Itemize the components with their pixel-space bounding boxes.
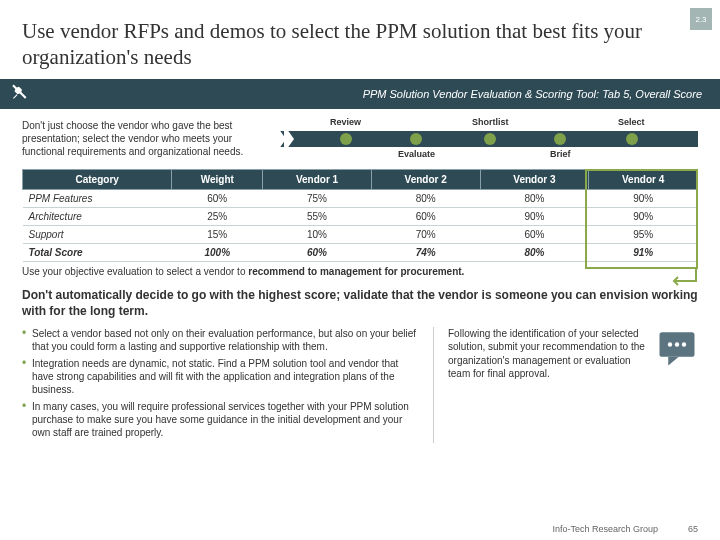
banner-text: PPM Solution Vendor Evaluation & Scoring… xyxy=(32,88,710,100)
tool-banner: PPM Solution Vendor Evaluation & Scoring… xyxy=(0,79,720,109)
table-row: Support15%10%70%60%95% xyxy=(23,225,698,243)
process-diagram: Review Evaluate Shortlist Brief Select xyxy=(280,115,698,163)
table-header: Category xyxy=(23,169,172,189)
svg-point-3 xyxy=(682,342,686,346)
list-item: In many cases, you will require professi… xyxy=(22,400,419,439)
table-row: PPM Features60%75%80%80%90% xyxy=(23,189,698,207)
side-note: Following the identification of your sel… xyxy=(448,327,646,381)
table-row: Architecture25%55%60%90%90% xyxy=(23,207,698,225)
table-row: Total Score100%60%74%80%91% xyxy=(23,243,698,261)
dont-auto-text: Don't automatically decide to go with th… xyxy=(22,287,698,319)
step-shortlist: Shortlist xyxy=(472,117,509,127)
use-objective-text: Use your objective evaluation to select … xyxy=(22,266,698,277)
table-header: Weight xyxy=(172,169,263,189)
table-header: Vendor 2 xyxy=(371,169,480,189)
tools-icon xyxy=(10,83,32,105)
table-header: Vendor 1 xyxy=(263,169,372,189)
step-brief: Brief xyxy=(550,149,571,159)
svg-point-1 xyxy=(668,342,672,346)
callout-arrow-icon xyxy=(666,267,700,289)
list-item: Integration needs are dynamic, not stati… xyxy=(22,357,419,396)
section-badge: 2.3 xyxy=(690,8,712,30)
page-title: Use vendor RFPs and demos to select the … xyxy=(22,18,698,71)
step-review: Review xyxy=(330,117,361,127)
step-evaluate: Evaluate xyxy=(398,149,435,159)
footer: Info-Tech Research Group 65 xyxy=(552,524,698,534)
step-select: Select xyxy=(618,117,645,127)
scoring-table: CategoryWeightVendor 1Vendor 2Vendor 3Ve… xyxy=(22,169,698,262)
table-header: Vendor 3 xyxy=(480,169,589,189)
svg-point-2 xyxy=(675,342,679,346)
bullet-list: Select a vendor based not only on their … xyxy=(22,327,419,443)
footer-org: Info-Tech Research Group xyxy=(552,524,658,534)
footer-page-number: 65 xyxy=(688,524,698,534)
table-header: Vendor 4 xyxy=(589,169,698,189)
intro-text: Don't just choose the vendor who gave th… xyxy=(22,119,270,158)
list-item: Select a vendor based not only on their … xyxy=(22,327,419,353)
chat-icon xyxy=(656,327,698,369)
